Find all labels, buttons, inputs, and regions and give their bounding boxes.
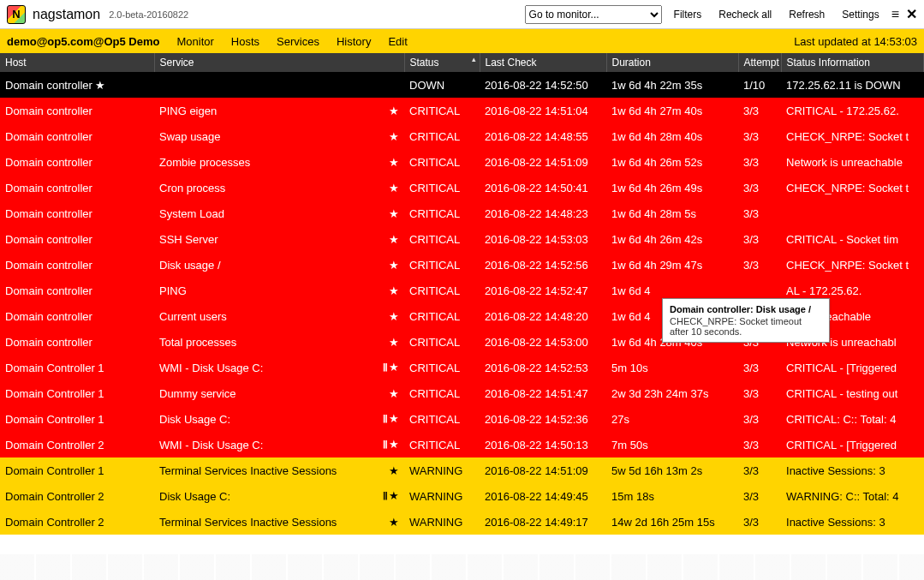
tooltip-title: Domain controller: Disk usage / [670, 304, 822, 314]
table-row[interactable]: Domain Controller 2Terminal Services Ina… [0, 509, 924, 535]
col-service[interactable]: Service [154, 53, 404, 72]
app-logo-icon: N [7, 5, 26, 24]
cell-duration: 27s [606, 406, 738, 432]
cell-lastcheck: 2016-08-22 14:48:23 [480, 200, 606, 226]
col-attempt[interactable]: Attempt [738, 53, 781, 72]
cell-host: Domain controller [0, 226, 154, 252]
cell-host: Domain controller [0, 123, 154, 149]
col-duration[interactable]: Duration [606, 53, 738, 72]
table-row[interactable]: Domain controllerPING eigenCRITICAL2016-… [0, 98, 924, 123]
menu-history[interactable]: History [337, 35, 371, 48]
table-row[interactable]: Domain controller ★DOWN2016-08-22 14:52:… [0, 72, 924, 98]
table-row[interactable]: Domain Controller 2WMI - Disk Usage C:CR… [0, 432, 924, 457]
menu-monitor[interactable]: Monitor [177, 35, 214, 48]
cell-host: Domain controller [0, 149, 154, 175]
col-info[interactable]: Status Information [781, 53, 923, 72]
cell-duration: 1w 6d 4h 26m 42s [606, 226, 738, 252]
cell-attempt: 3/3 [738, 509, 781, 535]
star-icon [389, 182, 399, 194]
table-row[interactable]: Domain controllerCron processCRITICAL201… [0, 175, 924, 200]
table-row[interactable]: Domain Controller 1Dummy serviceCRITICAL… [0, 380, 924, 406]
cell-service: SSH Server [154, 226, 367, 252]
cell-service: PING [154, 278, 367, 303]
cell-flags [367, 432, 404, 457]
cell-info: Inactive Sessions: 3 [781, 509, 923, 535]
table-row[interactable]: Domain controllerZombie processesCRITICA… [0, 149, 924, 175]
cell-lastcheck: 2016-08-22 14:52:47 [480, 278, 606, 303]
filters-button[interactable]: Filters [669, 7, 707, 22]
cell-flags [367, 329, 404, 355]
col-status[interactable]: Status▴ [404, 53, 480, 72]
menu-hosts[interactable]: Hosts [231, 35, 259, 48]
recheck-all-button[interactable]: Recheck all [713, 7, 777, 22]
cell-status: CRITICAL [404, 123, 480, 149]
refresh-button[interactable]: Refresh [784, 7, 830, 22]
table-row[interactable]: Domain controllerDisk usage /CRITICAL201… [0, 252, 924, 278]
cell-lastcheck: 2016-08-22 14:50:13 [480, 432, 606, 457]
cell-status: WARNING [404, 457, 480, 483]
table-row[interactable]: Domain controllerSSH ServerCRITICAL2016-… [0, 226, 924, 252]
cell-flags [367, 175, 404, 200]
cell-duration: 1w 6d 4h 26m 49s [606, 175, 738, 200]
hamburger-icon[interactable]: ≡ [891, 7, 899, 22]
cell-host: Domain controller [0, 98, 154, 123]
cell-lastcheck: 2016-08-22 14:49:17 [480, 509, 606, 535]
cell-duration: 1w 6d 4h 28m 5s [606, 200, 738, 226]
cell-attempt: 3/3 [738, 175, 781, 200]
star-icon [389, 156, 399, 169]
cell-flags [367, 278, 404, 303]
tooltip-body: CHECK_NRPE: Socket timeout after 10 seco… [670, 316, 822, 337]
cell-info: CHECK_NRPE: Socket t [781, 175, 923, 200]
cell-service: WMI - Disk Usage C: [154, 432, 367, 457]
table-row[interactable]: Domain Controller 2Disk Usage C:WARNING2… [0, 483, 924, 509]
cell-status: WARNING [404, 483, 480, 509]
cell-duration: 15m 18s [606, 483, 738, 509]
goto-monitor-select[interactable]: Go to monitor... [525, 5, 662, 24]
table-row[interactable]: Domain Controller 1Disk Usage C:CRITICAL… [0, 406, 924, 432]
cell-info: CRITICAL - Socket tim [781, 226, 923, 252]
star-icon [389, 516, 399, 529]
cell-attempt: 1/10 [738, 72, 781, 98]
cell-host: Domain controller [0, 278, 154, 303]
cell-status: CRITICAL [404, 432, 480, 457]
cell-duration: 14w 2d 16h 25m 15s [606, 509, 738, 535]
hover-tooltip: Domain controller: Disk usage / CHECK_NR… [662, 298, 830, 343]
cell-service: Total processes [154, 329, 367, 355]
cell-flags [367, 303, 404, 329]
table-row[interactable]: Domain controllerSystem LoadCRITICAL2016… [0, 200, 924, 226]
cell-host: Domain Controller 1 [0, 406, 154, 432]
cell-service: System Load [154, 200, 367, 226]
cell-duration: 2w 3d 23h 24m 37s [606, 380, 738, 406]
star-icon [389, 207, 399, 220]
menu-services[interactable]: Services [277, 35, 319, 48]
cell-info: CRITICAL - testing out [781, 380, 923, 406]
table-row[interactable]: Domain Controller 1WMI - Disk Usage C:CR… [0, 355, 924, 380]
cell-service: Disk Usage C: [154, 483, 367, 509]
star-icon: ★ [92, 79, 106, 92]
cell-info: CRITICAL: C:: Total: 4 [781, 406, 923, 432]
cell-host: Domain Controller 1 [0, 380, 154, 406]
status-table: Host Service Status▴ Last Check Duration… [0, 53, 924, 535]
close-icon[interactable]: ✕ [906, 6, 917, 22]
menu-edit[interactable]: Edit [388, 35, 407, 48]
cell-lastcheck: 2016-08-22 14:52:56 [480, 252, 606, 278]
col-host[interactable]: Host [0, 53, 154, 72]
cell-status: WARNING [404, 509, 480, 535]
cell-status: CRITICAL [404, 200, 480, 226]
cell-lastcheck: 2016-08-22 14:52:53 [480, 355, 606, 380]
table-row[interactable]: Domain Controller 1Terminal Services Ina… [0, 457, 924, 483]
settings-button[interactable]: Settings [837, 7, 884, 22]
cell-attempt: 3/3 [738, 432, 781, 457]
cell-status: CRITICAL [404, 303, 480, 329]
cell-lastcheck: 2016-08-22 14:52:36 [480, 406, 606, 432]
server-bar: demo@op5.com@Op5 Demo Monitor Hosts Serv… [0, 29, 924, 53]
cell-service: Zombie processes [154, 149, 367, 175]
cropped-background [0, 554, 924, 580]
cell-host: Domain controller [0, 252, 154, 278]
cell-flags [367, 457, 404, 483]
cell-info: WARNING: C:: Total: 4 [781, 483, 923, 509]
table-row[interactable]: Domain controllerSwap usageCRITICAL2016-… [0, 123, 924, 149]
col-lastcheck[interactable]: Last Check [480, 53, 606, 72]
cell-lastcheck: 2016-08-22 14:51:47 [480, 380, 606, 406]
cell-duration: 1w 6d 4h 26m 52s [606, 149, 738, 175]
